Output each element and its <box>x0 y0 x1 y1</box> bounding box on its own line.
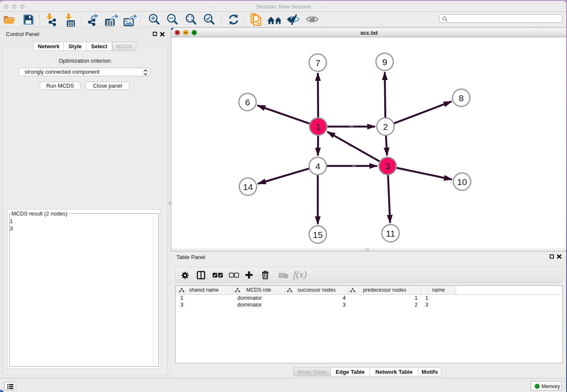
svg-text:8: 8 <box>459 93 464 103</box>
svg-text:4: 4 <box>315 161 320 171</box>
svg-text:15: 15 <box>313 230 322 240</box>
svg-text:10: 10 <box>457 177 467 187</box>
svg-text:2: 2 <box>383 122 388 132</box>
svg-text:3: 3 <box>385 161 390 171</box>
svg-text:14: 14 <box>243 182 253 192</box>
svg-text:9: 9 <box>382 57 387 67</box>
svg-text:1: 1 <box>316 122 321 132</box>
svg-text:11: 11 <box>386 229 395 238</box>
svg-text:6: 6 <box>245 97 250 107</box>
svg-text:7: 7 <box>315 58 320 68</box>
